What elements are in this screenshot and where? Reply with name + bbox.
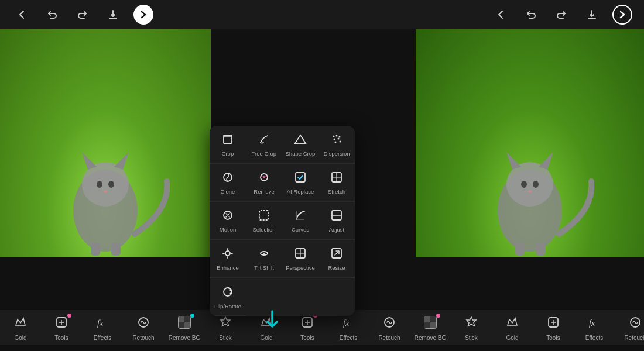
gold-label-2: Gold	[260, 335, 272, 341]
next-button-right[interactable]	[612, 5, 632, 25]
curves-icon	[294, 209, 307, 223]
bottom-tool-effects-1[interactable]: fx Effects	[82, 310, 123, 345]
retouch-icon-2	[382, 315, 397, 333]
popup-ai-replace[interactable]: AI Replace	[282, 164, 318, 201]
resize-label: Resize	[328, 264, 345, 271]
removebg-label-1: Remove BG	[169, 335, 200, 341]
tools-icon-1	[54, 315, 69, 333]
crop-label: Crop	[222, 150, 234, 157]
svg-point-14	[533, 181, 539, 188]
adjust-label: Adjust	[329, 226, 344, 233]
stretch-label: Stretch	[328, 188, 345, 195]
bottom-tool-removebg-1[interactable]: Remove BG	[164, 310, 205, 345]
svg-marker-65	[221, 317, 230, 326]
motion-icon	[221, 209, 234, 223]
tools-popup-menu: Crop Free Crop Shape Crop	[210, 126, 355, 316]
top-bar-right	[491, 5, 632, 25]
popup-clone[interactable]: Clone	[210, 164, 246, 201]
undo-button-right[interactable]	[521, 5, 541, 25]
svg-marker-12	[539, 152, 553, 170]
retouch-icon-3	[628, 315, 643, 333]
remove-label: Remove	[254, 188, 274, 195]
svg-marker-2	[82, 152, 97, 170]
effects-icon-1: fx	[95, 315, 110, 333]
tools-dot-1	[67, 314, 71, 318]
redo-button-right[interactable]	[551, 5, 571, 25]
curves-label: Curves	[292, 226, 309, 233]
bottom-tool-retouch-3[interactable]: Retouch	[615, 310, 644, 345]
svg-rect-18	[224, 135, 232, 143]
popup-free-crop[interactable]: Free Crop	[246, 126, 282, 163]
bottom-tool-gold-3[interactable]: Gold	[492, 310, 533, 345]
popup-row-5: Flip/Rotate	[210, 278, 355, 316]
tilt-shift-label: Tilt Shift	[254, 264, 274, 271]
effects-label-2: Effects	[340, 335, 357, 341]
download-button-right[interactable]	[582, 5, 602, 25]
svg-marker-20	[295, 135, 306, 143]
kitten-right	[465, 94, 594, 257]
free-crop-label: Free Crop	[251, 150, 276, 157]
next-button-left[interactable]	[133, 5, 153, 25]
tools-icon-3	[546, 315, 561, 333]
bottom-tool-gold-1[interactable]: Gold	[0, 310, 41, 345]
svg-point-23	[339, 136, 341, 138]
sticker-icon-2	[464, 315, 479, 333]
svg-point-22	[336, 135, 338, 137]
popup-tilt-shift[interactable]: Tilt Shift	[246, 240, 282, 277]
svg-point-4	[97, 181, 102, 188]
popup-flip-rotate[interactable]: Flip/Rotate	[210, 278, 246, 316]
top-bar-left	[12, 5, 153, 25]
motion-label: Motion	[220, 226, 237, 233]
bottom-tool-sticker-2[interactable]: Stick	[451, 310, 492, 345]
gold-icon-3	[505, 315, 520, 333]
svg-rect-73	[430, 322, 436, 328]
back-button-right[interactable]	[491, 5, 511, 25]
svg-marker-11	[506, 152, 521, 170]
popup-stretch[interactable]: Stretch	[318, 164, 355, 201]
bottom-tool-tools-1[interactable]: Tools	[41, 310, 82, 345]
popup-perspective[interactable]: Perspective	[282, 240, 318, 277]
popup-adjust[interactable]: Adjust	[318, 202, 355, 239]
image-left[interactable]	[0, 29, 211, 257]
popup-enhance[interactable]: Enhance	[210, 240, 246, 277]
svg-point-15	[528, 190, 532, 192]
gold-label-1: Gold	[14, 335, 26, 341]
removebg-icon-1	[177, 315, 192, 333]
popup-dispersion[interactable]: Dispersion	[318, 126, 355, 163]
bottom-tool-retouch-1[interactable]: Retouch	[123, 310, 164, 345]
svg-text:fx: fx	[97, 319, 104, 328]
popup-motion[interactable]: Motion	[210, 202, 246, 239]
enhance-icon	[221, 247, 234, 261]
popup-selection[interactable]: Selection	[246, 202, 282, 239]
sticker-label-2: Stick	[465, 335, 478, 341]
sticker-icon-1	[218, 315, 233, 333]
clone-label: Clone	[221, 188, 235, 195]
popup-crop[interactable]: Crop	[210, 126, 246, 163]
back-button[interactable]	[12, 5, 32, 25]
svg-point-25	[338, 138, 340, 140]
removebg-dot-1	[190, 314, 194, 318]
svg-rect-64	[179, 322, 184, 328]
svg-rect-33	[296, 173, 305, 182]
popup-curves[interactable]: Curves	[282, 202, 318, 239]
perspective-label: Perspective	[286, 264, 315, 271]
undo-button[interactable]	[42, 5, 62, 25]
selection-icon	[258, 209, 270, 223]
tilt-shift-icon	[258, 247, 270, 261]
image-right[interactable]	[416, 29, 644, 257]
bottom-tool-removebg-2[interactable]: Remove BG	[410, 310, 451, 345]
redo-button[interactable]	[73, 5, 93, 25]
svg-rect-61	[179, 316, 184, 322]
popup-remove[interactable]: Remove	[246, 164, 282, 201]
popup-shape-crop[interactable]: Shape Crop	[282, 126, 319, 163]
removebg-label-2: Remove BG	[415, 335, 446, 341]
bottom-tool-retouch-2[interactable]: Retouch	[369, 310, 410, 345]
svg-text:fx: fx	[589, 319, 595, 328]
popup-resize[interactable]: Resize	[318, 240, 355, 277]
bottom-tool-tools-3[interactable]: Tools	[533, 310, 574, 345]
retouch-icon-1	[136, 315, 151, 333]
bottom-tool-effects-3[interactable]: fx Effects	[574, 310, 615, 345]
kitten-left	[41, 94, 170, 257]
download-button-left[interactable]	[103, 5, 123, 25]
popup-row-4: Enhance Tilt Shift	[210, 240, 355, 278]
